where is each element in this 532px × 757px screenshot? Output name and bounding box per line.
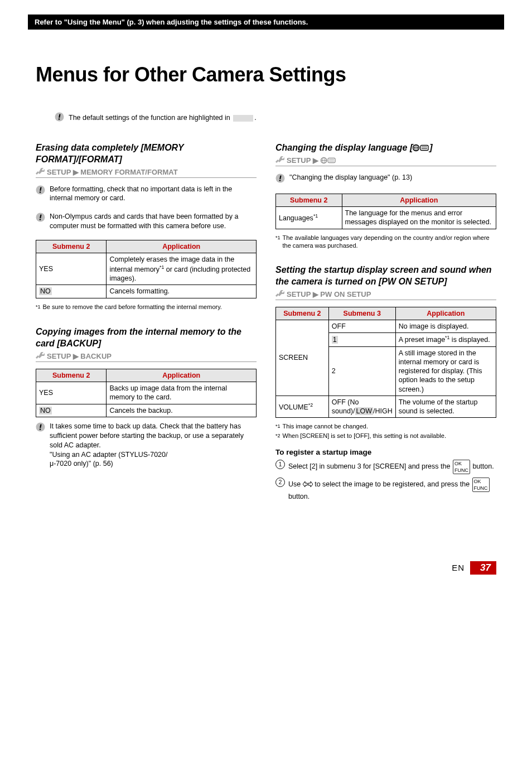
language-icon xyxy=(321,157,336,164)
note-format-2: Non-Olympus cards and cards that have be… xyxy=(50,212,257,231)
caution-icon xyxy=(36,213,45,224)
note-language: "Changing the display language" (p. 13) xyxy=(289,173,412,182)
table-row: YES Completely erases the image data in … xyxy=(36,253,257,285)
caution-icon xyxy=(55,112,64,123)
note-format-1: Before formatting, check that no importa… xyxy=(50,185,257,204)
breadcrumb-backup: SETUP ▶ BACKUP xyxy=(36,352,257,362)
tools-icon xyxy=(275,156,284,164)
tools-icon xyxy=(36,352,45,360)
step-1: 1 Select [2] in submenu 3 for [SCREEN] a… xyxy=(275,460,496,474)
intro-tail: . xyxy=(254,114,256,122)
step-number-icon: 2 xyxy=(275,478,285,487)
table-language: Submenu 2Application Languages*1 The lan… xyxy=(275,194,496,229)
table-backup: Submenu 2Application YES Backs up image … xyxy=(36,369,257,417)
section-title-language: Changing the display language [] xyxy=(275,142,496,154)
table-row: Languages*1 The language for the menus a… xyxy=(276,207,496,229)
section-title-pwon: Setting the startup display screen and s… xyxy=(275,264,496,288)
caution-icon xyxy=(275,173,285,185)
footnote: *1 Be sure to remove the card before for… xyxy=(36,303,257,311)
lang-label: EN xyxy=(452,563,465,572)
breadcrumb-format: SETUP ▶ MEMORY FORMAT/FORMAT xyxy=(36,168,257,178)
table-row: NO Cancels the backup. xyxy=(36,404,257,417)
page-footer: EN 37 xyxy=(0,561,532,591)
svg-rect-13 xyxy=(420,146,428,151)
svg-point-8 xyxy=(40,219,41,221)
highlight-swatch xyxy=(233,115,253,122)
table-row: SCREEN OFF No image is displayed. xyxy=(276,320,496,333)
table-row: VOLUME*2 OFF (No sound)/LOW/HIGH The vol… xyxy=(276,396,496,418)
tools-icon xyxy=(36,168,45,176)
tools-icon xyxy=(275,290,284,298)
left-right-arrow-icon xyxy=(303,480,313,488)
footnote: *1 The available languages vary dependin… xyxy=(275,234,496,250)
section-title-backup: Copying images from the internal memory … xyxy=(36,326,257,350)
footnote: *2 When [SCREEN] is set to [OFF], this s… xyxy=(275,432,496,440)
ok-func-button-icon: OKFUNC xyxy=(453,460,470,474)
footnote: *1 This image cannot be changed. xyxy=(275,422,496,431)
svg-point-22 xyxy=(279,180,281,181)
svg-rect-17 xyxy=(328,158,335,162)
subheading-register: To register a startup image xyxy=(275,448,496,456)
breadcrumb-language: SETUP ▶ xyxy=(275,156,496,166)
breadcrumb-pwon: SETUP ▶ PW ON SETUP xyxy=(275,290,496,300)
section-title-format: Erasing data completely [MEMORY FORMAT]/… xyxy=(36,142,257,166)
ok-func-button-icon: OKFUNC xyxy=(472,478,490,492)
table-pwon: Submenu 2 Submenu 3 Application SCREEN O… xyxy=(275,307,496,418)
svg-point-11 xyxy=(40,428,41,430)
page-title: Menus for Other Camera Settings xyxy=(36,63,496,86)
language-icon xyxy=(413,144,429,152)
page-number: 37 xyxy=(470,561,496,575)
header-bar: Refer to "Using the Menu" (p. 3) when ad… xyxy=(28,15,504,30)
table-row: NO Cancels formatting. xyxy=(36,285,257,298)
table-row: YES Backs up image data from the interna… xyxy=(36,382,257,404)
note-backup: It takes some time to back up data. Chec… xyxy=(50,422,257,469)
svg-point-5 xyxy=(40,191,41,193)
intro-note: The default settings of the function are… xyxy=(55,112,496,123)
step-2: 2 Use to select the image to be register… xyxy=(275,478,496,502)
svg-point-2 xyxy=(59,118,60,120)
step-number-icon: 1 xyxy=(275,460,285,469)
caution-icon xyxy=(36,422,45,433)
caution-icon xyxy=(36,185,45,196)
table-format: Submenu 2Application YES Completely eras… xyxy=(36,240,257,298)
intro-text: The default settings of the function are… xyxy=(69,114,230,122)
